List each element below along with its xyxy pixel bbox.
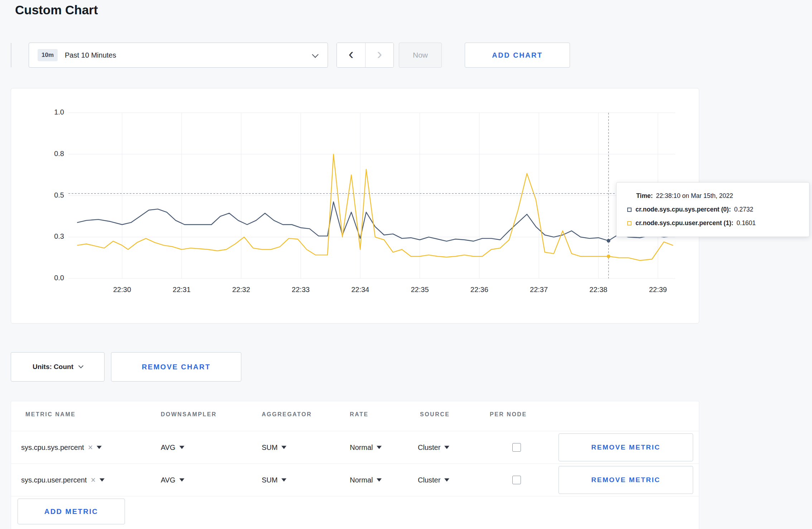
x-axis-tick-label: 22:34 bbox=[335, 286, 385, 294]
remove-metric-button[interactable]: REMOVE METRIC bbox=[559, 466, 693, 494]
per-node-checkbox[interactable] bbox=[512, 443, 521, 452]
row-divider bbox=[11, 496, 699, 496]
custom-chart-page: Custom Chart 10m Past 10 Minutes ‹ › Now… bbox=[0, 0, 812, 529]
tooltip-series-label: cr.node.sys.cpu.sys.percent (0): bbox=[635, 206, 731, 213]
y-axis-tick-label: 0.0 bbox=[11, 274, 64, 282]
caret-down-icon bbox=[444, 446, 449, 449]
caret-down-icon bbox=[100, 479, 105, 482]
tooltip-series-label: cr.node.sys.cpu.user.percent (1): bbox=[635, 219, 733, 227]
metric-row: sys.cpu.sys.percent × AVG SUM Normal Clu… bbox=[11, 431, 699, 464]
add-chart-button[interactable]: ADD CHART bbox=[465, 43, 570, 68]
chevron-left-icon: ‹ bbox=[349, 47, 354, 62]
caret-down-icon bbox=[97, 446, 102, 449]
aggregator-value: SUM bbox=[262, 476, 277, 484]
source-select[interactable]: Cluster bbox=[418, 443, 449, 452]
source-select[interactable]: Cluster bbox=[418, 476, 449, 484]
x-axis-tick-label: 22:36 bbox=[454, 286, 504, 294]
chart-tooltip: Time: 22:38:10 on Mar 15th, 2022 cr.node… bbox=[616, 182, 809, 237]
time-nav-group: ‹ › bbox=[337, 43, 394, 68]
column-header-per-node: PER NODE bbox=[490, 411, 527, 418]
caret-down-icon bbox=[179, 479, 184, 482]
caret-down-icon bbox=[281, 479, 286, 482]
column-header-downsampler: DOWNSAMPLER bbox=[161, 411, 217, 418]
metric-name-value: sys.cpu.user.percent bbox=[21, 476, 87, 484]
rate-value: Normal bbox=[350, 476, 373, 484]
x-axis-tick-label: 22:39 bbox=[633, 286, 683, 294]
column-header-aggregator: AGGREGATOR bbox=[262, 411, 312, 418]
y-axis-tick-label: 1.0 bbox=[11, 108, 64, 116]
metric-name-select[interactable]: sys.cpu.user.percent × bbox=[21, 476, 105, 484]
chevron-down-icon bbox=[78, 363, 83, 368]
series-swatch-icon bbox=[627, 221, 632, 225]
tooltip-series-row: cr.node.sys.cpu.sys.percent (0): 0.2732 bbox=[627, 206, 798, 213]
tooltip-series-value: 0.2732 bbox=[734, 206, 754, 213]
next-interval-button[interactable]: › bbox=[365, 43, 393, 67]
metric-row: sys.cpu.user.percent × AVG SUM Normal Cl… bbox=[11, 464, 699, 496]
rate-select[interactable]: Normal bbox=[350, 443, 382, 452]
page-title: Custom Chart bbox=[15, 3, 98, 17]
source-value: Cluster bbox=[418, 443, 440, 452]
x-axis-tick-label: 22:37 bbox=[514, 286, 564, 294]
aggregator-value: SUM bbox=[262, 443, 277, 452]
caret-down-icon bbox=[179, 446, 184, 449]
per-node-checkbox[interactable] bbox=[512, 476, 521, 484]
downsampler-value: AVG bbox=[161, 443, 175, 452]
chart-card: 0.00.30.50.81.0 22:3022:3122:3222:3322:3… bbox=[11, 88, 699, 324]
y-axis-tick-label: 0.8 bbox=[11, 150, 64, 158]
toolbar-divider bbox=[11, 43, 11, 67]
downsampler-value: AVG bbox=[161, 476, 175, 484]
x-axis-tick-label: 22:30 bbox=[97, 286, 147, 294]
x-axis-tick-label: 22:31 bbox=[156, 286, 207, 294]
now-button[interactable]: Now bbox=[399, 43, 442, 68]
column-header-source: SOURCE bbox=[420, 411, 450, 418]
tooltip-series-row: cr.node.sys.cpu.user.percent (1): 0.1601 bbox=[627, 219, 798, 227]
caret-down-icon bbox=[377, 479, 382, 482]
downsampler-select[interactable]: AVG bbox=[161, 443, 184, 452]
caret-down-icon bbox=[377, 446, 382, 449]
downsampler-select[interactable]: AVG bbox=[161, 476, 184, 484]
column-header-metric-name: METRIC NAME bbox=[25, 411, 76, 418]
x-axis-tick-label: 22:35 bbox=[395, 286, 445, 294]
tooltip-series-value: 0.1601 bbox=[736, 219, 756, 227]
rate-value: Normal bbox=[350, 443, 373, 452]
remove-metric-button[interactable]: REMOVE METRIC bbox=[559, 433, 693, 461]
caret-down-icon bbox=[444, 479, 449, 482]
aggregator-select[interactable]: SUM bbox=[262, 476, 286, 484]
close-icon[interactable]: × bbox=[88, 443, 93, 452]
x-axis-tick-label: 22:38 bbox=[573, 286, 623, 294]
x-axis-tick-label: 22:32 bbox=[216, 286, 266, 294]
time-range-label: Past 10 Minutes bbox=[65, 51, 116, 59]
time-range-badge: 10m bbox=[38, 49, 58, 61]
chevron-right-icon: › bbox=[377, 47, 382, 62]
y-axis-tick-label: 0.3 bbox=[11, 232, 64, 241]
caret-down-icon bbox=[281, 446, 286, 449]
tooltip-time-label: Time: bbox=[636, 192, 653, 200]
per-node-cell bbox=[512, 443, 521, 452]
per-node-cell bbox=[512, 476, 521, 484]
column-header-rate: RATE bbox=[350, 411, 368, 418]
time-range-select[interactable]: 10m Past 10 Minutes bbox=[29, 43, 328, 68]
close-icon[interactable]: × bbox=[91, 476, 95, 484]
source-value: Cluster bbox=[418, 476, 440, 484]
metric-name-value: sys.cpu.sys.percent bbox=[21, 443, 84, 452]
x-axis-tick-label: 22:33 bbox=[276, 286, 326, 294]
metric-name-select[interactable]: sys.cpu.sys.percent × bbox=[21, 443, 102, 452]
units-select[interactable]: Units: Count bbox=[11, 352, 105, 382]
units-label: Units: Count bbox=[33, 363, 73, 371]
tooltip-time-value: 22:38:10 on Mar 15th, 2022 bbox=[656, 192, 733, 200]
rate-select[interactable]: Normal bbox=[350, 476, 382, 484]
metrics-table: METRIC NAME DOWNSAMPLER AGGREGATOR RATE … bbox=[11, 401, 699, 529]
tooltip-time-row: Time: 22:38:10 on Mar 15th, 2022 bbox=[627, 192, 798, 200]
aggregator-select[interactable]: SUM bbox=[262, 443, 286, 452]
prev-interval-button[interactable]: ‹ bbox=[337, 43, 365, 67]
remove-chart-button[interactable]: REMOVE CHART bbox=[111, 352, 241, 382]
chevron-down-icon bbox=[312, 51, 318, 58]
add-metric-button[interactable]: ADD METRIC bbox=[18, 499, 125, 524]
series-swatch-icon bbox=[627, 208, 632, 212]
y-axis-tick-label: 0.5 bbox=[11, 191, 64, 199]
